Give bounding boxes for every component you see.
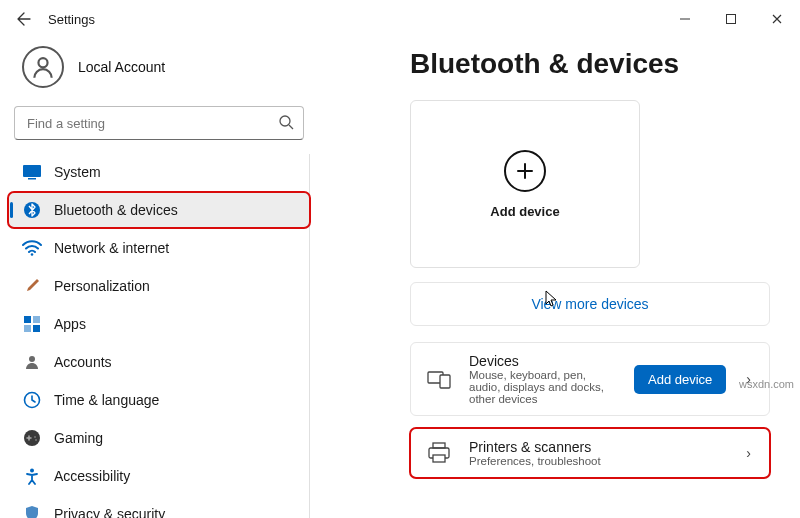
sidebar-item-label: Network & internet — [54, 240, 169, 256]
svg-rect-11 — [24, 325, 31, 332]
printer-icon — [425, 442, 453, 464]
svg-point-8 — [31, 253, 34, 256]
sidebar-item-label: Privacy & security — [54, 506, 165, 518]
clock-icon — [22, 390, 42, 410]
accessibility-icon — [22, 466, 42, 486]
svg-rect-21 — [433, 455, 445, 462]
account-block[interactable]: Local Account — [8, 38, 310, 106]
svg-rect-18 — [440, 375, 450, 388]
sidebar-item-personalization[interactable]: Personalization — [8, 268, 310, 304]
maximize-button[interactable] — [708, 0, 754, 38]
arrow-left-icon — [16, 11, 32, 27]
sidebar-item-gaming[interactable]: Gaming — [8, 420, 310, 456]
view-more-devices-link[interactable]: View more devices — [410, 282, 770, 326]
shield-icon — [22, 504, 42, 518]
svg-rect-9 — [24, 316, 31, 323]
sidebar-item-label: Gaming — [54, 430, 103, 446]
titlebar: Settings — [0, 0, 800, 38]
sidebar-item-label: Bluetooth & devices — [54, 202, 178, 218]
sidebar-item-bluetooth[interactable]: Bluetooth & devices — [8, 192, 310, 228]
page-title: Bluetooth & devices — [410, 48, 770, 80]
wifi-icon — [22, 238, 42, 258]
search-icon — [278, 114, 294, 134]
svg-line-4 — [289, 125, 293, 129]
account-name: Local Account — [78, 59, 165, 75]
nav-list: System Bluetooth & devices Network & int… — [8, 154, 310, 518]
devices-card-subtitle: Mouse, keyboard, pen, audio, displays an… — [469, 369, 618, 405]
main-pane: Bluetooth & devices Add device View more… — [320, 38, 800, 518]
sidebar-item-label: Apps — [54, 316, 86, 332]
add-device-button[interactable]: Add device — [634, 365, 726, 394]
svg-rect-5 — [23, 165, 41, 177]
svg-point-2 — [38, 58, 47, 67]
minimize-button[interactable] — [662, 0, 708, 38]
search-input[interactable] — [14, 106, 304, 140]
svg-rect-10 — [33, 316, 40, 323]
sidebar-item-apps[interactable]: Apps — [8, 306, 310, 342]
close-button[interactable] — [754, 0, 800, 38]
svg-rect-1 — [727, 15, 736, 24]
avatar — [22, 46, 64, 88]
bluetooth-icon — [22, 200, 42, 220]
window-title: Settings — [48, 12, 95, 27]
sidebar-item-label: Personalization — [54, 278, 150, 294]
printers-card-title: Printers & scanners — [469, 439, 726, 455]
svg-rect-19 — [433, 443, 445, 448]
person-icon — [30, 54, 56, 80]
chevron-right-icon: › — [742, 445, 755, 461]
sidebar-item-accounts[interactable]: Accounts — [8, 344, 310, 380]
svg-point-13 — [29, 356, 35, 362]
sidebar-item-time[interactable]: Time & language — [8, 382, 310, 418]
svg-point-3 — [280, 116, 290, 126]
svg-point-16 — [30, 469, 34, 473]
sidebar-item-accessibility[interactable]: Accessibility — [8, 458, 310, 494]
back-button[interactable] — [8, 3, 40, 35]
svg-rect-6 — [28, 178, 36, 180]
plus-circle-icon — [504, 150, 546, 192]
add-device-tile[interactable]: Add device — [410, 100, 640, 268]
system-icon — [22, 162, 42, 182]
sidebar: Local Account System Bluetooth & devices… — [0, 38, 320, 518]
sidebar-item-system[interactable]: System — [8, 154, 310, 190]
sidebar-item-label: Accounts — [54, 354, 112, 370]
devices-icon — [425, 369, 453, 389]
sidebar-item-label: System — [54, 164, 101, 180]
watermark: wsxdn.com — [739, 378, 794, 390]
accounts-icon — [22, 352, 42, 372]
add-device-label: Add device — [490, 204, 559, 219]
devices-card[interactable]: Devices Mouse, keyboard, pen, audio, dis… — [410, 342, 770, 416]
printers-card[interactable]: Printers & scanners Preferences, trouble… — [410, 428, 770, 478]
brush-icon — [22, 276, 42, 296]
sidebar-item-network[interactable]: Network & internet — [8, 230, 310, 266]
devices-card-title: Devices — [469, 353, 618, 369]
gaming-icon — [22, 428, 42, 448]
sidebar-item-privacy[interactable]: Privacy & security — [8, 496, 310, 518]
apps-icon — [22, 314, 42, 334]
svg-rect-12 — [33, 325, 40, 332]
cursor-icon — [545, 290, 559, 311]
sidebar-item-label: Accessibility — [54, 468, 130, 484]
search-box[interactable] — [14, 106, 304, 140]
sidebar-item-label: Time & language — [54, 392, 159, 408]
printers-card-subtitle: Preferences, troubleshoot — [469, 455, 726, 467]
